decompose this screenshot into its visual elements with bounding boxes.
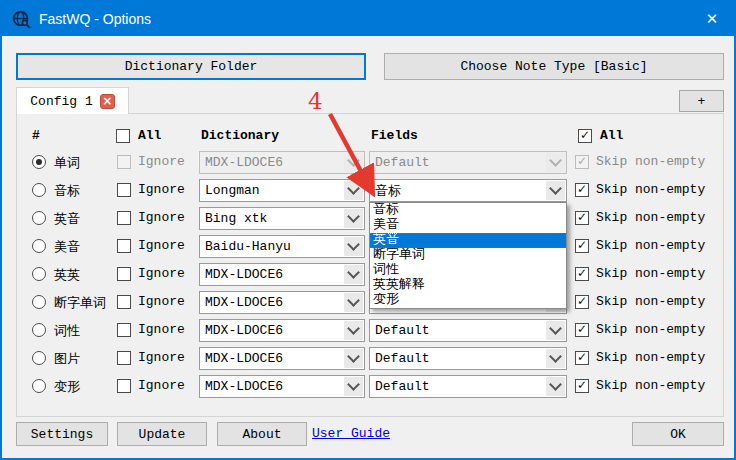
dropdown-option[interactable]: 英英解释 <box>370 278 566 293</box>
skip-non-empty-label: Skip non-empty <box>596 378 705 393</box>
tab-label: Config 1 <box>30 94 92 109</box>
field-name-label: 单词 <box>54 154 80 172</box>
fields-select[interactable]: Default <box>369 319 567 342</box>
ignore-checkbox[interactable] <box>117 351 131 365</box>
ignore-checkbox[interactable] <box>117 155 131 169</box>
dropdown-option[interactable]: 变形 <box>370 293 566 308</box>
chevron-down-icon[interactable] <box>344 265 363 284</box>
fields-select[interactable]: Default <box>369 347 567 370</box>
skip-non-empty-checkbox[interactable] <box>575 183 589 197</box>
word-field-radio[interactable] <box>32 379 46 393</box>
chevron-down-icon[interactable] <box>546 349 565 368</box>
chevron-down-icon[interactable] <box>344 293 363 312</box>
user-guide-link[interactable]: User Guide <box>312 426 390 441</box>
header-dictionary: Dictionary <box>201 128 279 143</box>
word-field-radio[interactable] <box>32 351 46 365</box>
chevron-down-icon[interactable] <box>546 377 565 396</box>
ignore-checkbox[interactable] <box>117 379 131 393</box>
field-row: 图片 Ignore MDX-LDOCE6 Default Skip non-em… <box>16 347 724 370</box>
about-button[interactable]: About <box>217 422 307 446</box>
dictionary-select[interactable]: Baidu-Hanyu <box>199 235 365 258</box>
skip-non-empty-label: Skip non-empty <box>596 322 705 337</box>
tab-config-1[interactable]: Config 1 × <box>16 87 129 114</box>
ignore-checkbox[interactable] <box>117 211 131 225</box>
skip-non-empty-checkbox[interactable] <box>575 239 589 253</box>
skip-non-empty-checkbox[interactable] <box>575 267 589 281</box>
word-field-radio[interactable] <box>32 323 46 337</box>
tab-close-icon[interactable]: × <box>100 94 115 109</box>
dictionary-select[interactable]: MDX-LDOCE6 <box>199 263 365 286</box>
field-name-label: 美音 <box>54 238 80 256</box>
dictionary-value: Longman <box>205 183 260 198</box>
dictionary-select[interactable]: MDX-LDOCE6 <box>199 375 365 398</box>
dictionary-select[interactable]: Longman <box>199 179 365 202</box>
skip-non-empty-label: Skip non-empty <box>596 182 705 197</box>
chevron-down-icon[interactable] <box>344 237 363 256</box>
word-field-radio[interactable] <box>32 183 46 197</box>
choose-note-type-button[interactable]: Choose Note Type [Basic] <box>384 53 724 80</box>
dictionary-value: MDX-LDOCE6 <box>205 295 283 310</box>
ok-button[interactable]: OK <box>632 422 724 446</box>
dictionary-folder-button[interactable]: Dictionary Folder <box>16 53 366 80</box>
dictionary-select[interactable]: Bing xtk <box>199 207 365 230</box>
fields-select[interactable]: Default <box>369 151 567 174</box>
chevron-down-icon[interactable] <box>344 321 363 340</box>
chevron-down-icon[interactable] <box>344 209 363 228</box>
chevron-down-icon[interactable] <box>546 321 565 340</box>
word-field-radio[interactable] <box>32 211 46 225</box>
skip-non-empty-checkbox[interactable] <box>575 323 589 337</box>
dropdown-option[interactable]: 音标 <box>370 203 566 218</box>
settings-button[interactable]: Settings <box>16 422 108 446</box>
chevron-down-icon[interactable] <box>546 181 565 200</box>
skip-non-empty-label: Skip non-empty <box>596 266 705 281</box>
dictionary-select[interactable]: MDX-LDOCE6 <box>199 347 365 370</box>
header-all-right: All <box>600 128 623 143</box>
ignore-label: Ignore <box>138 350 185 365</box>
header-all-left: All <box>138 128 161 143</box>
window-title: FastWQ - Options <box>39 11 151 27</box>
dictionary-select[interactable]: MDX-LDOCE6 <box>199 291 365 314</box>
word-field-radio[interactable] <box>32 239 46 253</box>
skip-non-empty-checkbox[interactable] <box>575 379 589 393</box>
dictionary-select[interactable]: MDX-LDOCE6 <box>199 151 365 174</box>
fields-select[interactable]: Default <box>369 375 567 398</box>
skip-non-empty-checkbox[interactable] <box>575 295 589 309</box>
dropdown-option[interactable]: 美音 <box>370 218 566 233</box>
chevron-down-icon[interactable] <box>344 349 363 368</box>
field-name-label: 英英 <box>54 266 80 284</box>
update-button[interactable]: Update <box>117 422 207 446</box>
skip-non-empty-checkbox[interactable] <box>575 211 589 225</box>
dropdown-option[interactable]: 词性 <box>370 263 566 278</box>
fields-value: Default <box>375 351 430 366</box>
header-number: # <box>32 128 40 143</box>
chevron-down-icon[interactable] <box>344 377 363 396</box>
word-field-radio[interactable] <box>32 267 46 281</box>
chevron-down-icon[interactable] <box>344 181 363 200</box>
ignore-checkbox[interactable] <box>117 267 131 281</box>
field-row: 变形 Ignore MDX-LDOCE6 Default Skip non-em… <box>16 375 724 398</box>
ignore-checkbox[interactable] <box>117 295 131 309</box>
dropdown-option[interactable]: 断字单词 <box>370 248 566 263</box>
ignore-label: Ignore <box>138 294 185 309</box>
fields-select[interactable]: 音标 <box>369 179 567 202</box>
word-field-radio[interactable] <box>32 155 46 169</box>
ignore-label: Ignore <box>138 210 185 225</box>
field-name-label: 音标 <box>54 182 80 200</box>
dropdown-option[interactable]: 英音 <box>370 233 566 248</box>
select-all-ignore-checkbox[interactable] <box>116 129 130 143</box>
ignore-checkbox[interactable] <box>117 239 131 253</box>
ignore-label: Ignore <box>138 238 185 253</box>
dictionary-select[interactable]: MDX-LDOCE6 <box>199 319 365 342</box>
add-config-button[interactable]: + <box>679 90 724 112</box>
fields-value: Default <box>375 155 430 170</box>
chevron-down-icon[interactable] <box>344 153 363 172</box>
skip-non-empty-checkbox[interactable] <box>575 351 589 365</box>
chevron-down-icon[interactable] <box>546 153 565 172</box>
window-close-button[interactable]: ✕ <box>690 2 734 36</box>
skip-non-empty-checkbox[interactable] <box>575 155 589 169</box>
select-all-skip-checkbox[interactable] <box>578 129 592 143</box>
word-field-radio[interactable] <box>32 295 46 309</box>
skip-non-empty-label: Skip non-empty <box>596 210 705 225</box>
ignore-checkbox[interactable] <box>117 183 131 197</box>
ignore-checkbox[interactable] <box>117 323 131 337</box>
